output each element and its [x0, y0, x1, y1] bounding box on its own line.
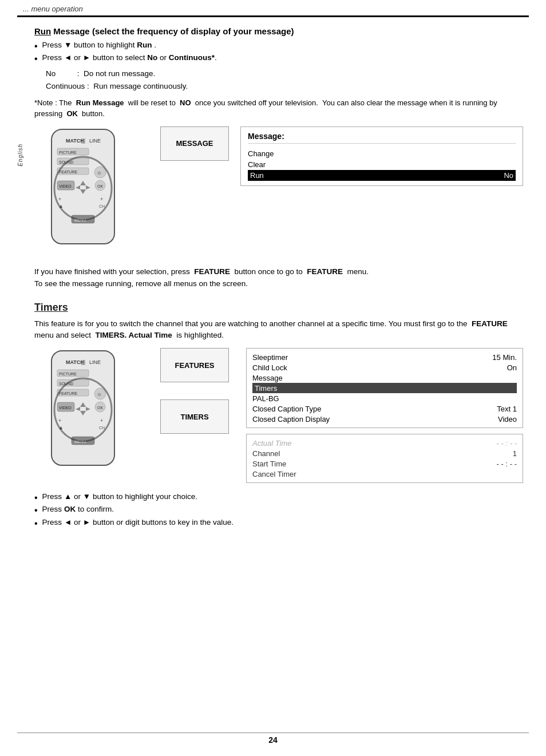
timers-row-cancel: Cancel Timer	[252, 469, 517, 479]
start-time-label: Start Time	[252, 460, 286, 468]
timers-menu-box: TIMERS	[160, 399, 229, 434]
svg-text:CH: CH	[99, 426, 105, 430]
page-footer: 24	[268, 735, 278, 745]
indent-row-1: No : Do not run message.	[46, 68, 523, 80]
timers-row-actual: Actual Time - - : - -	[252, 438, 517, 448]
finish-note: If you have finished with your selection…	[34, 266, 523, 290]
timers-bullet-list: Press ▲ or ▼ button to highlight your ch…	[34, 492, 523, 529]
features-row-childlock: Child Lock On	[252, 362, 517, 373]
panel-item-change: Change	[248, 148, 516, 159]
features-menu-label: FEATURES	[175, 361, 214, 370]
svg-text:⊙: ⊙	[97, 171, 101, 176]
timers-description: This feature is for you to switch the ch…	[34, 318, 523, 342]
channel-label: Channel	[252, 449, 280, 458]
continuous-label: Continuous : Run message continuously.	[46, 82, 188, 90]
run-message-bullets: Press ▼ button to highlight Run . Press …	[34, 41, 523, 64]
cc-type-value: Text 1	[497, 405, 517, 413]
svg-text:LINE: LINE	[89, 359, 101, 365]
main-content: Run Message (select the frequency of dis…	[0, 17, 546, 541]
timers-bullet-2: Press OK to confirm.	[34, 505, 523, 516]
svg-text:+: +	[100, 418, 103, 423]
features-row-cc-display: Closed Caption Display Video	[252, 414, 517, 424]
message-label: Message	[252, 374, 283, 382]
run-message-title: Run Message (select the frequency of dis…	[34, 26, 523, 36]
run-label: Run	[250, 171, 264, 180]
timers-row-channel: Channel 1	[252, 448, 517, 458]
svg-text:|||: |||	[81, 359, 85, 365]
cc-display-label: Closed Caption Display	[252, 415, 330, 423]
message-menu-box: MESSAGE	[160, 126, 229, 161]
timers-menu-label: TIMERS	[180, 413, 208, 421]
childlock-value: On	[507, 363, 517, 372]
timers-section: Timers This feature is for you to switch…	[34, 302, 523, 529]
timers-label-panel: Timers	[255, 384, 277, 393]
no-label: No : Do not run message.	[46, 69, 155, 78]
timers-sub-panel: Actual Time - - : - - Channel 1 Start Ti…	[246, 434, 523, 483]
remote-svg: MATCH ||| LINE PICTURE SOUND FEATURE ⊙	[34, 126, 137, 252]
svg-text:+: +	[100, 196, 103, 202]
clear-label: Clear	[248, 160, 266, 169]
remote-wrapper: English MATCH ||| LINE PICTURE SOUND	[34, 126, 149, 254]
timers-diagram-row: MATCH ||| LINE PICTURE SOUND FEATURE ⊙ V…	[34, 348, 523, 483]
svg-text:OK: OK	[97, 406, 103, 410]
svg-text:VIDEO: VIDEO	[59, 184, 72, 188]
message-diagram-row: English MATCH ||| LINE PICTURE SOUND	[34, 126, 523, 254]
cc-display-value: Video	[498, 415, 517, 423]
note-text: *Note : The Run Message will be reset to…	[34, 97, 523, 120]
page-container: ... menu operation Run Message (select t…	[0, 0, 546, 756]
timers-row-start: Start Time - - : - -	[252, 458, 517, 469]
cc-type-label: Closed Caption Type	[252, 405, 321, 413]
timers-bullets: Press ▲ or ▼ button to highlight your ch…	[34, 492, 523, 529]
childlock-label: Child Lock	[252, 363, 287, 372]
panel-item-clear: Clear	[248, 159, 516, 170]
cancel-timer-label: Cancel Timer	[252, 470, 296, 478]
message-menu-label: MESSAGE	[176, 139, 213, 148]
svg-text:FEATURE: FEATURE	[59, 391, 77, 395]
svg-text:VIDEO: VIDEO	[59, 406, 72, 410]
timers-title: Timers	[34, 302, 523, 314]
svg-text:⊙: ⊙	[97, 392, 101, 397]
bullet-1-text: Press ▼ button to highlight Run .	[42, 41, 157, 49]
message-menu-container: MESSAGE	[160, 126, 229, 161]
svg-text:+: +	[58, 196, 61, 202]
bullet-1: Press ▼ button to highlight Run .	[34, 41, 523, 52]
timers-bullet-3-text: Press ◄ or ► button or digit buttons to …	[42, 518, 234, 527]
header-text: ... menu operation	[0, 0, 546, 15]
features-row-cc-type: Closed Caption Type Text 1	[252, 403, 517, 414]
timers-menus-column: FEATURES TIMERS	[160, 348, 235, 434]
bottom-rule	[17, 733, 529, 733]
header-label: ... menu operation	[23, 5, 83, 13]
side-label-english: English	[17, 144, 23, 167]
actual-time-value: - - : - -	[497, 439, 517, 448]
run-underline: Run	[34, 26, 51, 36]
channel-value: 1	[513, 449, 517, 458]
features-row-sleeptimer: Sleeptimer 15 Min.	[252, 352, 517, 362]
sleeptimer-value: 15 Min.	[492, 353, 517, 362]
timers-bullet-1-text: Press ▲ or ▼ button to highlight your ch…	[42, 492, 197, 501]
features-row-timers: Timers	[252, 383, 517, 393]
change-label: Change	[248, 149, 274, 158]
svg-text:+: +	[58, 418, 61, 423]
timers-bullet-1: Press ▲ or ▼ button to highlight your ch…	[34, 492, 523, 503]
indent-row-2: Continuous : Run message continuously.	[46, 80, 523, 93]
svg-text:PICTURE: PICTURE	[59, 151, 77, 155]
features-menu-box: FEATURES	[160, 348, 229, 382]
timers-remote-svg: MATCH ||| LINE PICTURE SOUND FEATURE ⊙ V…	[34, 348, 137, 474]
svg-text:|||: |||	[81, 138, 85, 144]
bullet-2: Press ◄ or ► button to select No or Cont…	[34, 53, 523, 64]
run-value: No	[504, 171, 513, 180]
actual-time-label: Actual Time	[252, 439, 292, 448]
bullet-2-text: Press ◄ or ► button to select No or Cont…	[42, 53, 217, 62]
message-panel: Message: Change Clear Run No	[240, 126, 523, 186]
timers-right-panels: Sleeptimer 15 Min. Child Lock On Message	[246, 348, 523, 483]
page-number: 24	[268, 735, 278, 745]
run-message-title-rest: Message (select the frequency of display…	[53, 26, 294, 36]
message-panel-title: Message:	[248, 132, 516, 144]
start-time-value: - - : - -	[497, 460, 517, 468]
svg-text:LINE: LINE	[89, 138, 101, 144]
features-right-panel: Sleeptimer 15 Min. Child Lock On Message	[246, 348, 523, 428]
svg-text:OK: OK	[97, 184, 103, 188]
timers-bullet-2-text: Press OK to confirm.	[42, 505, 114, 513]
timers-remote-wrapper: MATCH ||| LINE PICTURE SOUND FEATURE ⊙ V…	[34, 348, 149, 476]
palbg-label: PAL-BG	[252, 394, 279, 403]
